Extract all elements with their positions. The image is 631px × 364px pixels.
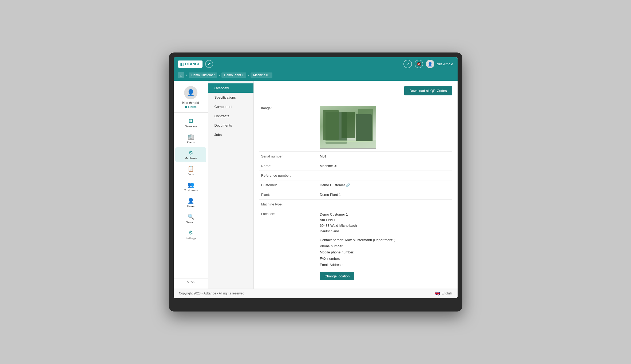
plant-label: Plant:	[259, 190, 318, 200]
expand-icon[interactable]: ⤢	[205, 60, 213, 68]
customer-value: Demo Customer 🔗	[318, 180, 452, 190]
sub-nav-specifications[interactable]: Specifications	[208, 93, 253, 102]
sidebar-item-overview[interactable]: ⊞ Overview	[175, 115, 206, 130]
rights-text: - All rights reserved.	[217, 292, 245, 295]
contact-info: Contact person: Max Mustermann (Departme…	[320, 237, 450, 268]
settings-icon: ⚙	[188, 229, 193, 236]
sub-sidebar: Overview Specifications Component Contra…	[208, 81, 254, 288]
table-row: Customer: Demo Customer 🔗	[259, 180, 452, 190]
image-label: Image:	[259, 103, 318, 152]
refnum-label: Reference number:	[259, 171, 318, 180]
top-bar-right: ⤢ 🔇 👤 Nils Arnold	[403, 60, 453, 68]
users-icon: 👤	[188, 197, 194, 204]
plants-icon: 🏢	[188, 134, 194, 140]
jobs-icon: 📋	[188, 165, 194, 172]
user-menu[interactable]: 👤 Nils Arnold	[426, 60, 453, 68]
table-row: Reference number:	[259, 171, 452, 180]
table-row: Name: Machine 01	[259, 161, 452, 171]
table-row: Image:	[259, 103, 452, 152]
location-street: Am Feld 1	[320, 217, 450, 223]
sidebar-avatar: 👤	[184, 86, 197, 99]
sidebar-item-plants[interactable]: 🏢 Plants	[175, 131, 206, 146]
location-value: Demo Customer 1 Am Feld 1 69483 Wald-Mic…	[318, 209, 452, 283]
table-row: Serial number: M01	[259, 152, 452, 161]
breadcrumb-home[interactable]: ⌂	[178, 72, 184, 78]
main-content: Download all QR-Codes Image:	[254, 81, 458, 288]
main-layout: 👤 Nils Arnold Online ⊞ Overview 🏢 Plants	[174, 81, 458, 288]
change-location-button[interactable]: Change location	[320, 272, 355, 280]
breadcrumb-sep-3: ›	[248, 73, 249, 77]
flag-icon: 🇬🇧	[435, 291, 440, 296]
sidebar-status: Online	[185, 105, 197, 108]
language-label: English	[442, 292, 452, 295]
location-address: Demo Customer 1 Am Feld 1 69483 Wald-Mic…	[320, 212, 450, 234]
phone-label: Phone number:	[320, 244, 344, 248]
sidebar-item-search[interactable]: 🔍 Search	[175, 211, 206, 226]
customer-link-icon[interactable]: 🔗	[346, 183, 350, 187]
fullscreen-button[interactable]: ⤢	[403, 60, 412, 68]
location-country: Deutschland	[320, 229, 450, 234]
overview-icon: ⊞	[189, 118, 193, 124]
sidebar-nav: ⊞ Overview 🏢 Plants ⚙ Machines 📋 Jobs	[174, 113, 208, 278]
status-label: Online	[188, 105, 197, 108]
sidebar-item-users[interactable]: 👤 Users	[175, 195, 206, 210]
contact-person-row: Contact person: Max Mustermann (Departme…	[320, 237, 450, 243]
search-icon: 🔍	[188, 213, 194, 220]
sidebar-item-settings[interactable]: ⚙ Settings	[175, 227, 206, 242]
pagination: 5 / 50	[187, 281, 195, 284]
sidebar-item-jobs[interactable]: 📋 Jobs	[175, 163, 206, 178]
mute-button[interactable]: 🔇	[415, 60, 423, 68]
table-row: Plant: Demo Plant 1	[259, 190, 452, 200]
sidebar-item-customers[interactable]: 👥 Customers	[175, 179, 206, 194]
sidebar-user: 👤 Nils Arnold Online	[174, 83, 208, 113]
avatar: 👤	[426, 60, 434, 68]
footer-copyright: Copyright 2023 - Adtance - All rights re…	[179, 292, 245, 295]
breadcrumb-demo-customer[interactable]: Demo Customer	[189, 72, 217, 78]
logo-text: DTANCE	[185, 62, 200, 66]
sidebar-label-customers: Customers	[184, 189, 198, 192]
sidebar-item-machines[interactable]: ⚙ Machines	[175, 147, 206, 162]
change-location-wrapper: Change location	[320, 268, 450, 280]
sidebar-label-overview: Overview	[185, 125, 197, 128]
footer-bar: Copyright 2023 - Adtance - All rights re…	[174, 289, 458, 298]
machines-icon: ⚙	[188, 149, 193, 156]
breadcrumb-sep-2: ›	[219, 73, 220, 77]
location-company: Demo Customer 1	[320, 212, 450, 217]
serial-value: M01	[318, 152, 452, 161]
sidebar: 👤 Nils Arnold Online ⊞ Overview 🏢 Plants	[174, 81, 208, 288]
location-postal: 69483 Wald-Michelbach	[320, 223, 450, 229]
app-logo[interactable]: ◧ DTANCE	[178, 60, 203, 68]
customers-icon: 👥	[188, 181, 194, 188]
language-selector[interactable]: 🇬🇧 English	[435, 291, 452, 296]
table-row: Machine type:	[259, 200, 452, 209]
content-area: Overview Specifications Component Contra…	[208, 81, 458, 288]
download-qr-button[interactable]: Download all QR-Codes	[404, 86, 452, 95]
location-label: Location:	[259, 209, 318, 283]
copyright-text: Copyright 2023 -	[179, 292, 204, 295]
screen: ◧ DTANCE ⤢ ⤢ 🔇 👤 Nils Arnold ⌂ › Demo Cu…	[174, 57, 458, 298]
content-header: Download all QR-Codes	[259, 86, 452, 101]
machinetype-value	[318, 200, 452, 209]
top-bar-left: ◧ DTANCE ⤢	[178, 60, 213, 68]
breadcrumb-demo-plant[interactable]: Demo Plant 1	[221, 72, 246, 78]
sub-nav-overview[interactable]: Overview	[208, 83, 253, 93]
breadcrumb-machine[interactable]: Machine 01	[251, 72, 272, 78]
table-row: Location: Demo Customer 1 Am Feld 1 6948…	[259, 209, 452, 283]
plant-value: Demo Plant 1	[318, 190, 452, 200]
sidebar-label-jobs: Jobs	[188, 173, 194, 176]
customer-label: Customer:	[259, 180, 318, 190]
brand-name: Adtance	[204, 292, 216, 295]
serial-label: Serial number:	[259, 152, 318, 161]
top-bar: ◧ DTANCE ⤢ ⤢ 🔇 👤 Nils Arnold	[174, 57, 458, 71]
sub-nav-documents[interactable]: Documents	[208, 121, 253, 130]
contact-label: Contact person: Max Mustermann (Departme…	[320, 238, 395, 242]
fax-row: FAX number:	[320, 256, 450, 262]
sub-nav-contracts[interactable]: Contracts	[208, 111, 253, 121]
user-name: Nils Arnold	[436, 62, 453, 66]
sub-nav-component[interactable]: Component	[208, 102, 253, 111]
email-row: Email-Address:	[320, 262, 450, 268]
sidebar-label-search: Search	[186, 221, 196, 224]
detail-table: Image:	[259, 103, 452, 283]
name-value: Machine 01	[318, 161, 452, 171]
sub-nav-jobs[interactable]: Jobs	[208, 130, 253, 139]
